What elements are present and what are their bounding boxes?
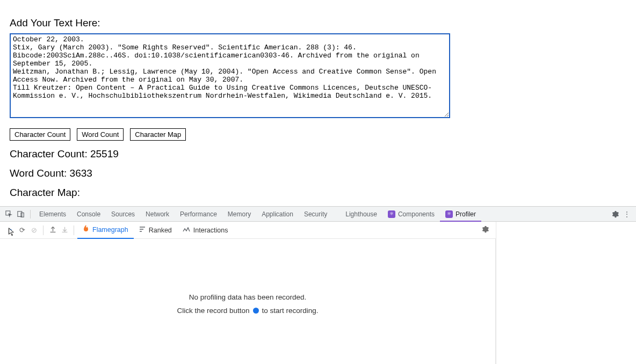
react-icon: ⚛ [388, 210, 395, 218]
profiler-settings-icon[interactable] [479, 225, 492, 235]
word-count-value: 3633 [70, 168, 92, 179]
devtools-settings-icon[interactable] [609, 210, 621, 218]
profiler-toolbar: ● ⟳ ⊘ Flamegraph [0, 222, 496, 239]
inspect-element-icon[interactable] [3, 210, 15, 218]
add-text-label: Add Your Text Here: [10, 17, 626, 29]
flame-icon [83, 225, 89, 234]
profiler-empty-sub-pre: Click the record button [177, 307, 249, 315]
profiler-tab-ranked-label: Ranked [149, 227, 172, 234]
tab-security[interactable]: Security [299, 207, 333, 222]
tab-elements[interactable]: Elements [34, 207, 71, 222]
tab-application[interactable]: Application [256, 207, 299, 222]
export-icon[interactable] [59, 226, 70, 235]
profiler-tab-interactions-label: Interactions [193, 227, 228, 234]
tab-components-label: Components [398, 207, 435, 222]
profiler-tab-flamegraph-label: Flamegraph [92, 226, 128, 234]
devtools-tabstrip: Elements Console Sources Network Perform… [0, 207, 636, 222]
ranked-icon [139, 226, 146, 234]
react-icon: ⚛ [445, 210, 453, 218]
character-count-label: Character Count: [10, 148, 90, 159]
device-toolbar-icon[interactable] [15, 210, 27, 218]
profiler-separator [43, 225, 44, 235]
tab-performance[interactable]: Performance [175, 207, 222, 222]
profiler-tab-interactions[interactable]: Interactions [177, 222, 234, 239]
profiler-separator [74, 225, 74, 235]
character-count-value: 25519 [90, 148, 119, 159]
profiler-tab-flamegraph[interactable]: Flamegraph [77, 222, 134, 239]
tab-sources[interactable]: Sources [106, 207, 140, 222]
character-map-button[interactable]: Character Map [130, 128, 186, 141]
interactions-icon [183, 227, 190, 234]
record-dot-icon [253, 308, 259, 314]
character-map-stat: Character Map: [10, 187, 626, 199]
word-count-label: Word Count: [10, 168, 70, 179]
tab-lighthouse[interactable]: Lighthouse [340, 207, 382, 222]
tab-console[interactable]: Console [71, 207, 106, 222]
devtools-more-icon[interactable]: ⋮ [621, 210, 633, 218]
import-icon[interactable] [47, 226, 59, 235]
tab-components[interactable]: ⚛ Components [382, 207, 440, 222]
tab-memory[interactable]: Memory [222, 207, 256, 222]
profiler-empty-state: No profiling data has been recorded. Cli… [0, 239, 496, 364]
clear-icon[interactable]: ⊘ [28, 226, 40, 234]
word-count-button[interactable]: Word Count [77, 128, 124, 141]
character-count-stat: Character Count: 25519 [10, 148, 626, 160]
profiler-empty-main: No profiling data has been recorded. [189, 293, 306, 301]
tab-profiler-label: Profiler [456, 207, 476, 222]
devtools-separator [30, 210, 31, 219]
record-button-icon[interactable]: ● [4, 226, 16, 234]
reload-icon[interactable]: ⟳ [16, 226, 28, 234]
profiler-empty-sub-post: to start recording. [262, 307, 319, 315]
tab-network[interactable]: Network [140, 207, 175, 222]
character-count-button[interactable]: Character Count [10, 128, 70, 141]
main-textarea[interactable] [10, 33, 450, 118]
profiler-tab-ranked[interactable]: Ranked [134, 222, 177, 239]
word-count-stat: Word Count: 3633 [10, 168, 626, 179]
tab-profiler[interactable]: ⚛ Profiler [440, 207, 481, 222]
